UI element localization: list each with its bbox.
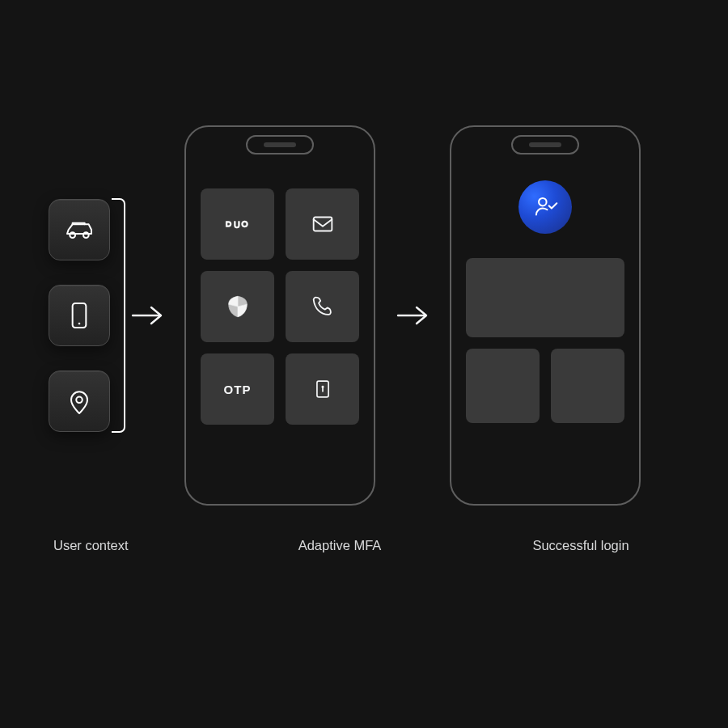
phone-adaptive-mfa: OTP <box>184 125 375 506</box>
otp-label: OTP <box>224 383 252 396</box>
diagram-stage: OTP <box>49 125 696 506</box>
content-placeholder-row <box>466 349 624 423</box>
content-placeholder-large <box>466 258 624 337</box>
mfa-tile-otp: OTP <box>201 353 274 425</box>
phone-call-icon <box>309 293 336 320</box>
shield-icon <box>224 293 252 320</box>
context-card-mobile <box>49 285 110 346</box>
mfa-tile-phone-call <box>286 271 359 342</box>
group-bracket <box>110 194 126 437</box>
label-adaptive-mfa: Adaptive MFA <box>244 538 435 553</box>
user-check-icon <box>530 192 561 222</box>
email-icon <box>309 210 336 238</box>
mfa-tile-email <box>286 188 359 260</box>
content-placeholder-small <box>466 349 540 423</box>
duo-logo-icon <box>224 210 252 238</box>
user-context-column <box>49 199 110 432</box>
label-user-context: User context <box>49 538 194 553</box>
arrow-right-icon <box>130 303 164 328</box>
svg-point-11 <box>539 198 547 206</box>
svg-rect-6 <box>313 218 332 231</box>
arrow-1 <box>125 303 170 328</box>
phone-successful-login <box>450 125 641 506</box>
label-successful-login: Successful login <box>485 538 676 553</box>
phone-notch <box>246 135 314 154</box>
mfa-options-grid: OTP <box>201 188 359 425</box>
content-placeholder-small <box>551 349 624 423</box>
location-pin-icon <box>63 385 95 417</box>
arrow-right-icon <box>396 303 430 328</box>
svg-point-3 <box>78 323 81 325</box>
phone-notch <box>511 135 579 154</box>
mfa-tile-duo <box>201 188 274 260</box>
keypad-lock-icon <box>309 375 336 403</box>
car-icon <box>63 214 95 246</box>
mfa-tile-keypad <box>286 353 359 425</box>
avatar-verified <box>518 180 572 234</box>
mfa-tile-shield <box>201 271 274 342</box>
arrow-2 <box>390 303 435 328</box>
section-labels: User context Adaptive MFA Successful log… <box>49 538 696 553</box>
context-card-car <box>49 199 110 260</box>
svg-point-4 <box>76 397 83 404</box>
context-card-location <box>49 370 110 432</box>
mobile-icon <box>63 299 95 332</box>
